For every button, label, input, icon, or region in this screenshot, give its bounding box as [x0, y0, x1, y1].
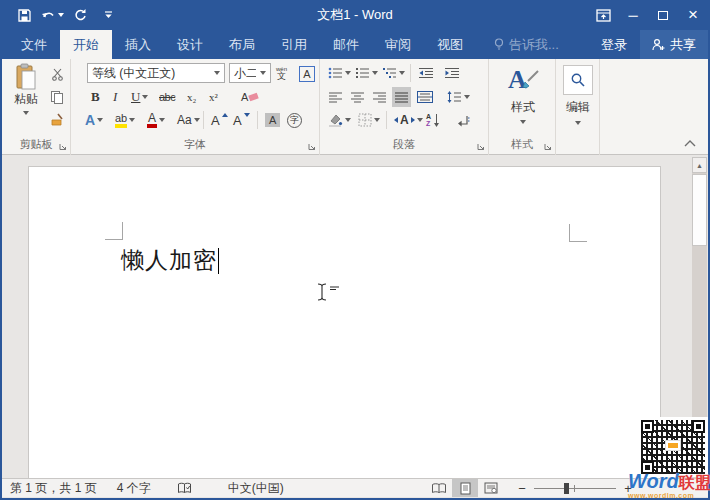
highlight-dropdown-icon[interactable] [129, 118, 135, 122]
font-size-dropdown-icon[interactable] [256, 71, 270, 75]
sort-button[interactable]: A Z [424, 110, 442, 130]
align-center-button[interactable] [348, 87, 367, 107]
proofing-button[interactable] [177, 482, 192, 495]
format-painter-button[interactable] [46, 110, 68, 130]
justify-button[interactable] [392, 87, 411, 107]
customize-qat-icon[interactable] [96, 4, 120, 26]
bold-button[interactable]: B [89, 87, 102, 107]
numbering-dropdown-icon[interactable] [372, 71, 378, 75]
align-right-button[interactable] [370, 87, 389, 107]
language-indicator[interactable]: 中文(中国) [228, 480, 284, 497]
tab-mailings[interactable]: 邮件 [320, 30, 372, 59]
page-indicator[interactable]: 第 1 页，共 1 页 [10, 480, 97, 497]
line-spacing-dropdown-icon[interactable] [464, 95, 470, 99]
styles-dropdown-icon[interactable] [520, 120, 526, 124]
maximize-button[interactable] [648, 0, 678, 30]
tab-insert[interactable]: 插入 [112, 30, 164, 59]
font-name-combo[interactable]: 等线 (中文正文) [87, 63, 225, 83]
clear-formatting-button[interactable]: A [239, 87, 260, 107]
paste-clipboard-icon [14, 63, 38, 91]
phonetic-guide-button[interactable]: wén 文 [274, 63, 289, 83]
tell-me-box[interactable]: 告诉我... [484, 30, 569, 59]
text-effects-dropdown-icon[interactable] [97, 118, 103, 122]
cut-button[interactable] [46, 64, 68, 84]
print-layout-button[interactable] [452, 479, 478, 497]
borders-dropdown-icon[interactable] [374, 118, 380, 122]
paste-button[interactable]: 粘贴 [8, 63, 44, 137]
document-text[interactable]: 懒人加密 [121, 245, 219, 276]
zoom-out-button[interactable]: − [516, 481, 528, 496]
character-shading-button[interactable]: A [263, 110, 282, 130]
zoom-slider[interactable] [534, 479, 616, 497]
font-color-button[interactable]: A [145, 110, 167, 130]
scroll-up-button[interactable]: ▲ [692, 157, 707, 173]
minimize-button[interactable]: ─ [618, 0, 648, 30]
numbering-button[interactable] [353, 63, 380, 83]
bullets-button[interactable] [326, 63, 353, 83]
multilevel-dropdown-icon[interactable] [399, 71, 405, 75]
editing-button[interactable]: 编辑 [562, 65, 594, 125]
shading-dropdown-icon[interactable] [345, 118, 351, 122]
show-hide-marks-button[interactable] [454, 110, 472, 130]
font-dialog-launcher[interactable] [308, 143, 316, 151]
line-spacing-button[interactable] [444, 87, 472, 107]
grow-font-button[interactable]: A [209, 110, 230, 130]
distribute-button[interactable] [415, 87, 435, 107]
tab-references[interactable]: 引用 [268, 30, 320, 59]
undo-dropdown-icon[interactable] [58, 13, 64, 17]
clipboard-group: 粘贴 剪贴板 [2, 59, 71, 155]
paragraph-dialog-launcher[interactable] [477, 143, 485, 151]
superscript-button[interactable]: x² [207, 87, 220, 107]
share-button[interactable]: 共享 [640, 30, 708, 59]
read-mode-button[interactable] [426, 479, 452, 497]
underline-dropdown-icon[interactable] [142, 95, 148, 99]
copy-button[interactable] [46, 87, 68, 107]
tab-file[interactable]: 文件 [8, 30, 60, 59]
asian-layout-button[interactable]: A [392, 110, 425, 130]
tab-home[interactable]: 开始 [60, 30, 112, 59]
styles-button[interactable]: A 样式 [503, 63, 543, 124]
clipboard-dialog-launcher[interactable] [59, 143, 67, 151]
enclose-characters-button[interactable]: 字 [285, 110, 304, 130]
font-color-dropdown-icon[interactable] [159, 118, 165, 122]
font-size-combo[interactable]: 小二 [229, 63, 271, 83]
zoom-slider-thumb[interactable] [564, 483, 569, 494]
ribbon-display-options-icon[interactable] [588, 0, 618, 30]
asian-layout-dropdown-icon[interactable] [417, 118, 423, 122]
shrink-font-button[interactable]: A [231, 110, 252, 130]
underline-button[interactable]: U [129, 87, 150, 107]
close-button[interactable]: × [678, 0, 708, 30]
styles-dialog-launcher[interactable] [544, 143, 552, 151]
tab-layout[interactable]: 布局 [216, 30, 268, 59]
document-page[interactable]: 懒人加密 [28, 166, 661, 478]
italic-button[interactable]: I [111, 87, 119, 107]
strikethrough-button[interactable]: abc [157, 87, 177, 107]
undo-button[interactable] [40, 4, 64, 26]
paste-dropdown-icon[interactable] [23, 111, 29, 115]
redo-button[interactable] [68, 4, 92, 26]
word-count[interactable]: 4 个字 [117, 480, 151, 497]
tab-design[interactable]: 设计 [164, 30, 216, 59]
borders-button[interactable] [356, 110, 382, 130]
change-case-button[interactable]: Aa [175, 110, 202, 130]
collapse-ribbon-button[interactable] [684, 140, 696, 147]
tab-review[interactable]: 审阅 [372, 30, 424, 59]
character-border-button[interactable]: A [297, 64, 317, 84]
highlight-color-button[interactable]: ab [113, 110, 137, 130]
font-name-dropdown-icon[interactable] [210, 71, 224, 75]
shading-button[interactable] [326, 110, 353, 130]
save-icon[interactable] [12, 4, 36, 26]
text-effects-button[interactable]: A [83, 110, 105, 130]
sign-in-button[interactable]: 登录 [588, 30, 640, 59]
decrease-indent-button[interactable] [416, 63, 436, 83]
scrollbar-thumb[interactable] [692, 174, 707, 246]
multilevel-list-button[interactable] [380, 63, 407, 83]
subscript-button[interactable]: x₂ [185, 87, 198, 107]
align-left-button[interactable] [326, 87, 345, 107]
tab-view[interactable]: 视图 [424, 30, 476, 59]
bullets-dropdown-icon[interactable] [345, 71, 351, 75]
increase-indent-button[interactable] [442, 63, 462, 83]
web-layout-button[interactable] [478, 479, 504, 497]
change-case-dropdown-icon[interactable] [194, 118, 200, 122]
editing-dropdown-icon[interactable] [575, 121, 581, 125]
